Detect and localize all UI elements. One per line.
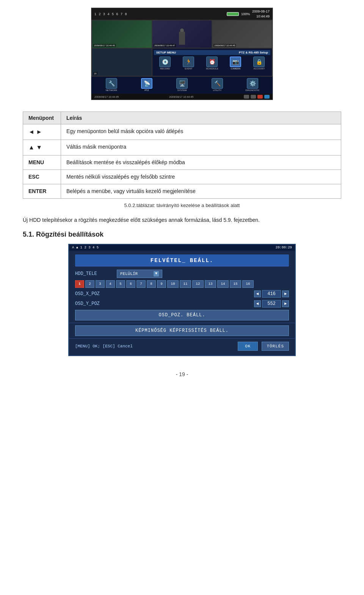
rec-channel-14[interactable]: 14 <box>217 280 229 288</box>
dvr-menu-subtitle: PTZ & RS-485 Setup <box>239 51 268 54</box>
dvr-bottom-bar: 2009/08/17 10:44:45 2009/08/17 10:44:45 <box>91 94 273 100</box>
rec-osd-y-value: 552 <box>262 300 281 308</box>
page-number: - 19 - <box>176 371 188 377</box>
dvr-menu-ptz[interactable]: 📡 PTZ <box>130 78 164 91</box>
rec-footer: [MENU] OK; [ESC] Cancel OK TÖRLÉS <box>75 342 289 351</box>
dvr-menu-event[interactable]: 🏃 EVENT <box>177 57 200 70</box>
osd-pos-button[interactable]: OSD_POZ. BEÁLL. <box>75 310 289 320</box>
rec-channel-12[interactable]: 12 <box>192 280 204 288</box>
dvr-menu-panel: SETUP MENU PTZ & RS-485 Setup 💿 RECORD 🏃… <box>152 49 272 76</box>
dvr-menu-row2: 🔧 NETWORK 📡 PTZ 🖥️ SYSTEM 🔨 UTILITY ⚙️ D… <box>94 78 270 91</box>
dvr-menu-camera[interactable]: 📷 CAMERA <box>224 57 247 70</box>
account-label: ACCOUNT <box>254 68 265 70</box>
ok-button[interactable]: OK <box>238 342 258 351</box>
table-caption: 5.0.2.táblázat: távirányító kezelése a b… <box>23 203 341 208</box>
table-header-col1: Menüpont <box>23 112 61 124</box>
dvr-cell-3: 2009/08/17 10:44:45 <box>212 20 272 48</box>
rec-channel-15[interactable]: 15 <box>230 280 241 288</box>
rec-channel-2[interactable]: 2 <box>85 280 94 288</box>
dvr-menu-row1: 💿 RECORD 🏃 EVENT ⏰ SCHEDULE 📷 CAMERA 🔒 <box>154 57 270 70</box>
table-row: ENTER Belépés a menübe, vagy virtuális k… <box>23 184 341 199</box>
rec-channel-3[interactable]: 3 <box>96 280 105 288</box>
key-cell: MENU <box>23 155 61 170</box>
rec-hdd-dropdown-arrow: ▼ <box>154 271 159 276</box>
network-icon: 🔧 <box>106 78 117 89</box>
rec-separator-2 <box>69 338 295 339</box>
diagnostic-icon: ⚙️ <box>247 78 258 89</box>
rec-osd-x-value: 416 <box>262 290 281 298</box>
dvr-menu-schedule[interactable]: ⏰ SCHEDULE <box>201 57 223 70</box>
dvr-ctrl-icon-1 <box>244 95 249 99</box>
rec-osd-y-row: OSD_Y_POZ ◄ 552 ► <box>75 300 289 308</box>
dvr-battery-percent: 100% <box>241 12 250 16</box>
rec-hdd-label: HDD_TELE <box>75 271 113 276</box>
rec-osd-x-decrement[interactable]: ◄ <box>254 290 261 297</box>
dvr-menu-utility[interactable]: 🔨 UTILITY <box>200 78 234 91</box>
camera-label: CAMERA <box>231 68 241 70</box>
rec-channel-4[interactable]: 4 <box>106 280 115 288</box>
rec-hdd-row: HDD_TELE FELÜLÍR ▼ <box>75 270 289 278</box>
rec-topbar: A ▲ 1 2 3 4 5 20:00:29 <box>69 245 295 251</box>
rec-osd-x-row: OSD_X_POZ ◄ 416 ► <box>75 290 289 298</box>
event-label: EVENT <box>185 68 192 70</box>
event-icon: 🏃 <box>183 57 194 67</box>
dvr-battery-icon <box>227 12 239 16</box>
rec-footer-label: [MENU] OK; [ESC] Cancel <box>75 344 234 349</box>
rec-channel-16[interactable]: 16 <box>242 280 254 288</box>
rec-hdd-value: FELÜLÍR <box>120 272 138 276</box>
value-cell: Egy menüponton belül másik opcióra való … <box>61 124 341 140</box>
dvr-cell-4: 20 <box>92 49 152 76</box>
key-cell: ◄ ► <box>23 124 61 140</box>
value-cell: Belépés a menübe, vagy virtuális kezelő … <box>61 184 341 199</box>
clear-button[interactable]: TÖRLÉS <box>262 342 289 351</box>
value-cell: Váltás másik menüpontra <box>61 140 341 155</box>
schedule-icon: ⏰ <box>206 57 218 67</box>
table-row: ESC Mentés nélküli visszalépés egy felső… <box>23 170 341 184</box>
section-heading: 5.1. Rögzítési beállítások <box>23 231 341 239</box>
network-label: NETWORK <box>106 89 118 91</box>
dvr-ctrl-icon-3 <box>257 95 263 99</box>
key-cell: ▲ ▼ <box>23 140 61 155</box>
rec-channel-1[interactable]: 1 <box>75 280 84 288</box>
table-header-col2: Leírás <box>61 112 341 124</box>
rec-osd-x-increment[interactable]: ► <box>282 290 289 297</box>
dvr-menu-account[interactable]: 🔒 ACCOUNT <box>248 57 270 70</box>
value-cell: Mentés nélküli visszalépés egy felsőbb s… <box>61 170 341 184</box>
key-cell: ESC <box>23 170 61 184</box>
rec-channel-9[interactable]: 9 <box>157 280 166 288</box>
dvr-menu-network[interactable]: 🔧 NETWORK <box>94 78 129 91</box>
info-text: Új HDD telepítésekor a rögzítés megkezdé… <box>23 216 341 224</box>
rec-osd-y-label: OSD_Y_POZ <box>75 301 250 306</box>
utility-label: UTILITY <box>213 89 221 91</box>
ptz-icon: 📡 <box>141 78 152 89</box>
table-row: ▲ ▼ Váltás másik menüpontra <box>23 140 341 155</box>
rec-channel-8[interactable]: 8 <box>147 280 156 288</box>
utility-icon: 🔨 <box>212 78 223 89</box>
dvr-menu-diagnostic[interactable]: ⚙️ DIAGNOSTIC <box>235 78 270 91</box>
rec-osd-y-decrement[interactable]: ◄ <box>254 300 261 307</box>
rec-title: FELVÉTEL_ BEÁLL. <box>75 254 289 267</box>
camera-icon: 📷 <box>230 57 241 67</box>
dvr-camera-grid: 2009/08/17 10:44:45 2009/08/17 10:44:47 … <box>91 20 273 77</box>
dvr-menu-system[interactable]: 🖥️ SYSTEM <box>165 78 199 91</box>
rec-channel-7[interactable]: 7 <box>136 280 146 288</box>
rec-channel-13[interactable]: 13 <box>205 280 216 288</box>
rec-osd-x-control: ◄ 416 ► <box>254 290 289 298</box>
rec-osd-y-increment[interactable]: ► <box>282 300 289 307</box>
dvr-bottom-time-right: 2009/08/17 10:44:45 <box>169 96 193 98</box>
dvr-topbar: 1 2 3 4 5 6 7 8 100% 2009-08-17 10:44:49 <box>91 8 273 20</box>
rec-channel-5[interactable]: 5 <box>116 280 125 288</box>
dvr-cell-2: 2009/08/17 10:44:47 <box>152 20 212 48</box>
quality-button[interactable]: KÉPMINŐSÉG KÉPFRISSÍTÉS BEÁLL. <box>75 325 289 336</box>
dvr-ctrl-icon-4 <box>264 95 270 99</box>
dvr-menu-record[interactable]: 💿 RECORD <box>154 57 176 70</box>
rec-channel-6[interactable]: 6 <box>126 280 135 288</box>
rec-separator <box>69 323 295 323</box>
rec-channel-10[interactable]: 10 <box>167 280 179 288</box>
rec-osd-y-control: ◄ 552 ► <box>254 300 289 308</box>
dvr-menu-row2-area: 🔧 NETWORK 📡 PTZ 🖥️ SYSTEM 🔨 UTILITY ⚙️ D… <box>91 77 273 94</box>
rec-channel-11[interactable]: 11 <box>180 280 191 288</box>
rec-hdd-dropdown[interactable]: FELÜLÍR ▼ <box>117 270 162 278</box>
rec-topbar-right: 20:00:29 <box>276 246 292 250</box>
value-cell: Beállítások mentése és visszalépés élőké… <box>61 155 341 170</box>
